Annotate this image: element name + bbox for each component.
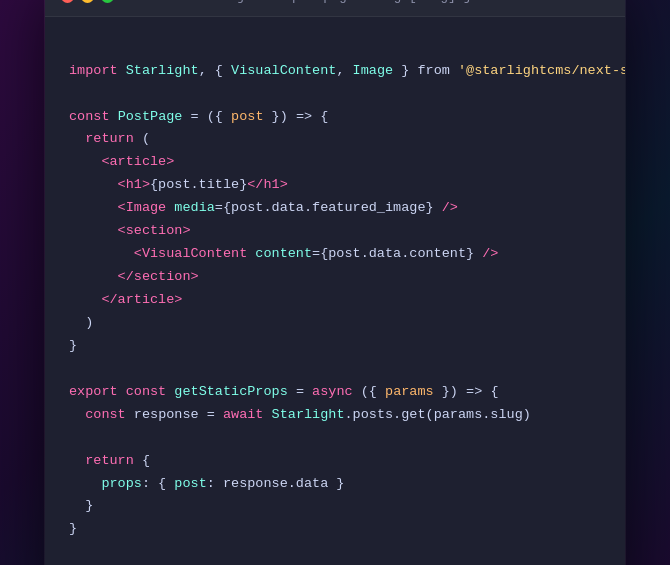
line-10: </section>: [69, 269, 199, 284]
line-16: const response = await Starlight.posts.g…: [69, 407, 531, 422]
line-13: }: [69, 338, 77, 353]
line-15: export const getStaticProps = async ({ p…: [69, 384, 498, 399]
line-1: import Starlight, { VisualContent, Image…: [69, 63, 625, 78]
window-title: ~/nextjs-example/pages/blog/[slug].js: [191, 0, 480, 4]
line-5: <article>: [69, 154, 174, 169]
line-20: }: [69, 498, 93, 513]
line-21: }: [69, 521, 77, 536]
line-8: <section>: [69, 223, 191, 238]
line-19: props: { post: response.data }: [69, 476, 344, 491]
close-button[interactable]: [61, 0, 74, 3]
maximize-button[interactable]: [101, 0, 114, 3]
traffic-lights: [61, 0, 114, 3]
line-18: return {: [69, 453, 150, 468]
code-editor: import Starlight, { VisualContent, Image…: [45, 17, 625, 565]
code-window: ~/nextjs-example/pages/blog/[slug].js im…: [45, 0, 625, 565]
line-12: ): [69, 315, 93, 330]
line-9: <VisualContent content={post.data.conten…: [69, 246, 498, 261]
line-11: </article>: [69, 292, 182, 307]
line-6: <h1>{post.title}</h1>: [69, 177, 288, 192]
line-3: const PostPage = ({ post }) => {: [69, 109, 328, 124]
line-4: return (: [69, 131, 150, 146]
titlebar: ~/nextjs-example/pages/blog/[slug].js: [45, 0, 625, 17]
minimize-button[interactable]: [81, 0, 94, 3]
line-7: <Image media={post.data.featured_image} …: [69, 200, 458, 215]
